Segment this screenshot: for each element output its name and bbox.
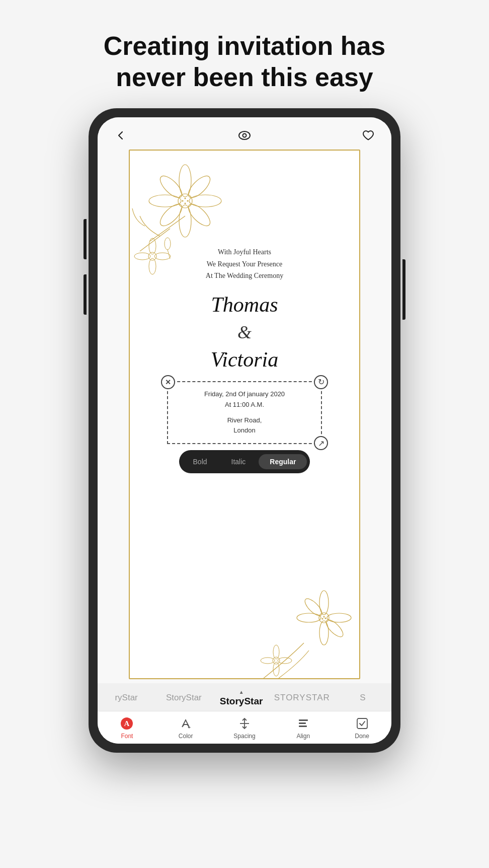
preview-button[interactable] [235,126,254,144]
svg-point-29 [302,596,324,618]
favorite-button[interactable] [359,126,377,144]
svg-rect-44 [299,722,306,724]
nav-done[interactable]: Done [342,716,382,740]
headline: Creating invitation has never been this … [104,30,386,93]
svg-point-0 [239,131,250,139]
svg-point-34 [261,658,275,664]
font-option-0[interactable]: ryStar [98,691,155,705]
subtitle-line1: With Joyful Hearts [218,248,271,256]
color-label: Color [179,733,193,740]
font-icon: A [120,716,134,731]
svg-point-31 [273,657,280,664]
bride-name: Victoria [211,347,279,372]
font-label: Font [121,733,133,740]
svg-point-35 [278,658,292,664]
date-line1: Friday, 2nd Of january 2020 [204,390,285,398]
spacing-icon [237,716,252,731]
svg-point-32 [273,645,279,659]
svg-point-36 [323,616,325,617]
bottom-nav: A Font Color [98,711,391,744]
svg-rect-46 [357,718,367,729]
regular-button[interactable]: Regular [259,454,307,469]
italic-button[interactable]: Italic [220,454,257,469]
font-style-bar: Bold Italic Regular [179,450,310,473]
align-icon [296,716,310,731]
font-option-4[interactable]: S [334,691,391,705]
flower-bottom-decoration [259,577,359,678]
ampersand: & [237,322,252,343]
event-location: River Road, London [178,415,311,437]
active-caret: ▲ [216,689,266,695]
svg-rect-43 [299,719,308,721]
nav-color[interactable]: Color [166,716,206,740]
svg-point-37 [325,617,327,619]
font-option-1[interactable]: StoryStar [155,691,212,705]
close-handle[interactable]: ✕ [161,375,175,389]
svg-point-24 [319,613,329,623]
svg-point-28 [327,613,351,622]
date-line2: At 11:00 A.M. [225,401,264,408]
align-label: Align [296,733,310,740]
app-header [98,117,391,150]
done-label: Done [355,733,369,740]
resize-handle[interactable]: ↗ [314,436,328,450]
done-icon [355,716,369,731]
subtitle-line2: We Request Your Presence [207,260,283,268]
font-option-2[interactable]: ▲ StoryStar [212,687,270,709]
back-button[interactable] [112,126,130,144]
spacing-label: Spacing [233,733,255,740]
headline-line2: never been this easy [116,62,373,92]
svg-point-33 [273,662,279,676]
font-option-3[interactable]: STORYSTAR [270,691,334,705]
bold-button[interactable]: Bold [182,454,218,469]
nav-align[interactable]: Align [283,716,323,740]
svg-rect-45 [299,726,307,727]
canvas-area: With Joyful Hearts We Request Your Prese… [98,150,391,683]
nav-font[interactable]: A Font [107,716,147,740]
nav-spacing[interactable]: Spacing [224,716,265,740]
svg-point-1 [243,133,247,137]
rotate-handle[interactable]: ↻ [314,375,328,389]
color-icon [179,716,193,731]
location-line2: London [233,426,255,434]
invitation-card[interactable]: With Joyful Hearts We Request Your Prese… [129,150,360,679]
location-line1: River Road, [227,416,262,424]
font-carousel: ryStar StoryStar ▲ StoryStar STORYSTAR S [98,683,391,711]
selected-textbox[interactable]: ✕ ↻ ↗ Friday, 2nd Of january 2020 At 11:… [167,381,322,444]
svg-point-27 [297,613,321,622]
groom-name: Thomas [211,292,278,317]
svg-text:A: A [124,719,130,728]
subtitle-line3: At The Wedding Ceremony [206,272,283,279]
phone-screen: With Joyful Hearts We Request Your Prese… [98,117,391,744]
svg-point-30 [323,617,346,639]
svg-point-26 [319,621,329,645]
card-subtitle: With Joyful Hearts We Request Your Prese… [206,246,283,282]
phone-shell: With Joyful Hearts We Request Your Prese… [89,108,400,753]
card-content: With Joyful Hearts We Request Your Prese… [130,151,359,483]
svg-point-25 [319,591,329,615]
svg-point-38 [322,618,323,619]
headline-line1: Creating invitation has [104,31,386,60]
event-date: Friday, 2nd Of january 2020 At 11:00 A.M… [178,389,311,410]
